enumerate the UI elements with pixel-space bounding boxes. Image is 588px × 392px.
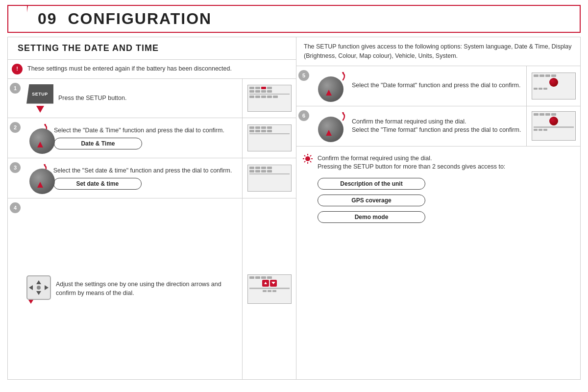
left-column: SETTING THE DATE AND TIME ! These settin… (7, 37, 296, 380)
dial-icon-6 (315, 110, 347, 142)
left-section-header: SETTING THE DATE AND TIME (8, 37, 296, 60)
page-title: 09 CONFIGURATION (16, 10, 212, 28)
last-step-row: Confirm the format required using the di… (296, 147, 580, 380)
step-3-row: 3 Select the "Set date & (8, 158, 296, 198)
svg-line-9 (304, 155, 305, 156)
step-2-number: 2 (8, 118, 23, 158)
step-3-content: Select the "Set date & time" function an… (23, 158, 242, 198)
step-4-content: Adjust the settings one by one using the… (23, 198, 242, 379)
step-5-text: Select the "Date format" function and pr… (352, 81, 520, 90)
step-3-number: 3 (8, 158, 23, 198)
step-3-image (242, 158, 296, 198)
page: 09 CONFIGURATION SETTING THE DATE AND TI… (0, 0, 588, 392)
demo-mode-pill[interactable]: Demo mode (318, 211, 425, 223)
gps-coverage-pill[interactable]: GPS coverage (318, 195, 425, 206)
right-intro: The SETUP function gives access to the f… (296, 37, 580, 66)
step-5-image (526, 66, 580, 106)
step-5-row: 5 Select the "D (296, 66, 580, 106)
pill-buttons-group: Description of the unit GPS coverage Dem… (318, 175, 572, 223)
right-steps: 5 Select the "D (296, 66, 580, 380)
step-4-number: 4 (8, 198, 23, 379)
step4-down-arrow (28, 300, 33, 304)
svg-point-4 (305, 156, 310, 161)
sun-icon-wrapper (300, 150, 315, 165)
step-2-row: 2 Select th (8, 118, 296, 158)
step-2-text: Select the "Date & Time" function and pr… (54, 127, 224, 134)
last-step-content: Confirm the format required using the di… (315, 150, 576, 227)
page-header: 09 CONFIGURATION (7, 5, 581, 33)
step-5-content: Select the "Date format" function and pr… (311, 66, 526, 106)
step-4-image (242, 198, 296, 379)
step-6-image (526, 106, 580, 146)
step-1-text: Press the SETUP button. (58, 94, 126, 103)
warning-text: These settings must be entered again if … (27, 65, 232, 74)
step-4-text: Adjust the settings one by one using the… (56, 280, 238, 297)
step-4-row: 4 (8, 198, 296, 379)
header-notch (8, 6, 28, 32)
step-5-number: 5 (296, 66, 311, 106)
dial-icon-3 (26, 162, 49, 194)
step-1-number: 1 (8, 79, 23, 118)
step-1-row: 1 SETUP Press the SETUP button. (8, 79, 296, 118)
svg-line-10 (310, 161, 311, 162)
step-6-text: Confirm the format required using the di… (352, 118, 521, 135)
step-6-row: 6 Confirm the f (296, 106, 580, 147)
svg-line-12 (310, 155, 311, 156)
last-step-text: Confirm the format required using the di… (318, 154, 572, 172)
step-1-image (242, 79, 296, 118)
dial-icon-5 (315, 70, 347, 102)
main-content: SETTING THE DATE AND TIME ! These settin… (7, 37, 581, 380)
step-1-content: SETUP Press the SETUP button. (23, 79, 242, 118)
right-column: The SETUP function gives access to the f… (296, 37, 581, 380)
step-6-number: 6 (296, 106, 311, 146)
step-2-image (242, 118, 296, 158)
step-2-content: Select the "Date & Time" function and pr… (23, 118, 242, 158)
setup-button-icon: SETUP (26, 84, 53, 113)
direction-arrows-icon (26, 275, 51, 302)
warning-row: ! These settings must be entered again i… (8, 60, 296, 79)
step-3-text: Select the "Set date & time" function an… (53, 167, 232, 174)
section-title: SETTING THE DATE AND TIME (18, 43, 286, 53)
sun-settings-icon (302, 153, 314, 165)
step-6-content: Confirm the format required using the di… (311, 106, 526, 146)
set-date-time-pill: Set date & time (53, 178, 142, 190)
date-time-pill: Date & Time (54, 138, 142, 149)
dial-icon-2 (26, 122, 49, 154)
svg-line-11 (304, 161, 305, 162)
warning-icon: ! (12, 64, 23, 74)
description-unit-pill[interactable]: Description of the unit (318, 178, 425, 190)
